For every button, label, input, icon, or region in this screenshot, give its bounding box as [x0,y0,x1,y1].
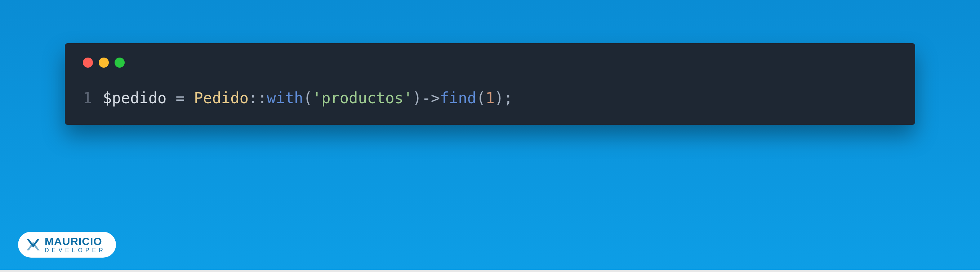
token-scope: :: [248,89,267,107]
maximize-icon[interactable] [115,58,125,68]
token-assign: = [176,89,185,107]
logo-icon [25,237,41,253]
logo-name: MAURICIO [45,236,106,247]
bottom-divider [0,270,980,272]
token-class: Pedido [194,89,248,107]
code-content: $pedido = Pedido::with('productos')->fin… [103,89,513,107]
code-line: 1 $pedido = Pedido::with('productos')->f… [83,89,897,107]
token-arrow: -> [422,89,440,107]
close-icon[interactable] [83,58,93,68]
window-controls [83,58,897,68]
logo-badge: MAURICIO DEVELOPER [18,232,116,258]
code-window: 1 $pedido = Pedido::with('productos')->f… [65,43,915,125]
minimize-icon[interactable] [99,58,109,68]
logo-subtitle: DEVELOPER [45,248,106,253]
token-string: 'productos' [312,89,412,107]
token-semicolon: ; [504,89,513,107]
logo-text: MAURICIO DEVELOPER [45,236,106,253]
line-number: 1 [83,89,92,107]
token-variable: $pedido [103,89,167,107]
token-paren: ( [476,89,485,107]
token-paren: ( [303,89,312,107]
token-paren: ) [412,89,422,107]
token-number: 1 [485,89,494,107]
token-method: with [267,89,303,107]
token-paren: ) [495,89,504,107]
token-method: find [440,89,476,107]
